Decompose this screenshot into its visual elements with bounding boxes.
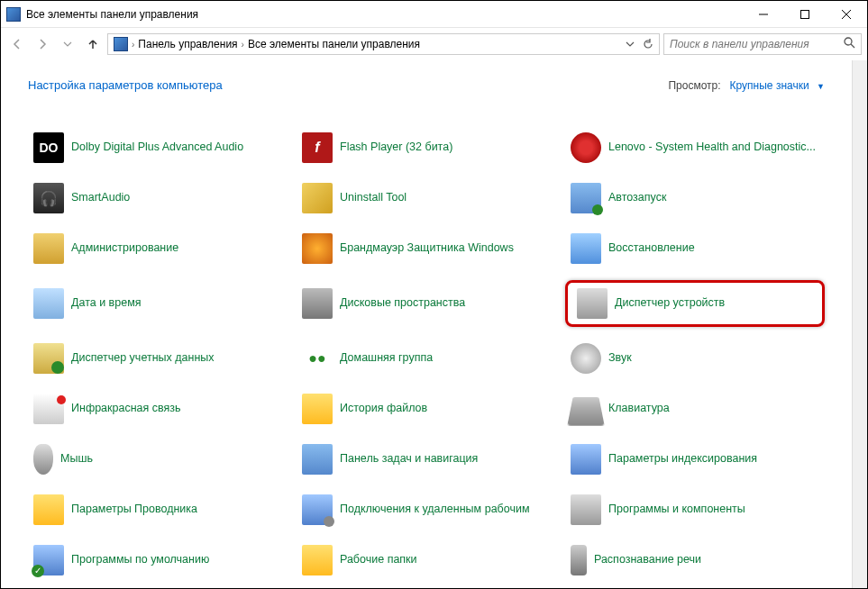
item-label: Дисковые пространства: [340, 296, 465, 311]
firewall-icon: [302, 233, 333, 264]
taskbar-icon: [302, 444, 333, 475]
titlebar: Все элементы панели управления: [1, 1, 867, 28]
creds-icon: [33, 343, 64, 374]
explorer-icon: [33, 494, 64, 525]
history-icon: [302, 394, 333, 424]
maximize-button[interactable]: [784, 1, 826, 28]
control-panel-item[interactable]: 🎧SmartAudio: [28, 179, 288, 217]
view-selector[interactable]: Крупные значки ▼: [730, 77, 825, 93]
control-panel-item[interactable]: Клавиатура: [565, 390, 825, 428]
item-label: Параметры Проводника: [71, 503, 197, 517]
default-icon: [33, 545, 64, 575]
speech-icon: [571, 545, 587, 575]
control-panel-item[interactable]: DODolby Digital Plus Advanced Audio: [28, 129, 288, 167]
item-label: Панель задач и навигация: [340, 452, 478, 467]
control-panel-item[interactable]: Брандмауэр Защитника Windows: [297, 230, 556, 267]
items-grid: DODolby Digital Plus Advanced AudiofFlas…: [28, 129, 825, 579]
control-panel-item[interactable]: Восстановление: [565, 230, 825, 267]
control-panel-item[interactable]: Диспетчер устройств: [565, 280, 825, 327]
recent-button[interactable]: [57, 33, 78, 55]
control-panel-item[interactable]: Дисковые пространства: [297, 280, 556, 327]
search-input[interactable]: [670, 38, 844, 50]
dolby-icon: DO: [33, 132, 64, 163]
refresh-button[interactable]: [639, 35, 657, 53]
search-box[interactable]: [663, 33, 862, 55]
item-label: Автозапуск: [608, 191, 666, 205]
item-label: История файлов: [340, 402, 427, 416]
uninstall-icon: [302, 183, 333, 213]
item-label: Подключения к удаленным рабочим: [340, 503, 530, 517]
programs-icon: [571, 494, 601, 525]
minimize-button[interactable]: [743, 1, 784, 28]
up-button[interactable]: [82, 33, 104, 55]
item-label: Инфракрасная связь: [71, 402, 181, 416]
control-panel-item[interactable]: Администрирование: [28, 230, 288, 267]
chevron-down-icon: ▼: [817, 82, 825, 91]
item-label: Диспетчер учетных данных: [71, 351, 215, 366]
control-panel-item[interactable]: Параметры Проводника: [28, 491, 288, 529]
infrared-icon: [33, 394, 64, 424]
control-panel-item[interactable]: Рабочие папки: [297, 541, 556, 579]
item-label: Мышь: [60, 452, 93, 467]
disk-icon: [302, 288, 333, 319]
scrollbar[interactable]: [852, 60, 867, 588]
item-label: Брандмауэр Защитника Windows: [340, 241, 514, 256]
control-panel-item[interactable]: Звук: [565, 340, 825, 377]
workfolders-icon: [302, 545, 333, 575]
control-panel-item[interactable]: Инфракрасная связь: [28, 390, 288, 428]
sound-icon: [571, 343, 601, 374]
control-panel-item[interactable]: Программы и компоненты: [565, 491, 825, 529]
item-label: Администрирование: [71, 241, 178, 256]
item-label: Flash Player (32 бита): [340, 140, 452, 155]
view-value: Крупные значки: [730, 79, 809, 92]
item-label: Программы по умолчанию: [71, 553, 209, 567]
control-panel-item[interactable]: Панель задач и навигация: [297, 440, 556, 478]
devmgr-icon: [577, 288, 608, 319]
item-label: Диспетчер устройств: [615, 296, 725, 311]
mouse-icon: [33, 444, 53, 475]
control-panel-item[interactable]: Автозапуск: [565, 179, 825, 217]
forward-button[interactable]: [32, 33, 53, 55]
item-label: Lenovo - System Health and Diagnostic...: [608, 140, 816, 155]
search-icon[interactable]: [844, 36, 855, 52]
control-panel-item[interactable]: Диспетчер учетных данных: [28, 340, 288, 377]
item-label: SmartAudio: [71, 191, 130, 205]
control-panel-item[interactable]: Lenovo - System Health and Diagnostic...: [565, 129, 825, 167]
remote-icon: [302, 494, 333, 525]
navbar: › Панель управления › Все элементы панел…: [1, 28, 867, 60]
control-panel-item[interactable]: ●●Домашняя группа: [297, 340, 556, 377]
breadcrumb-root[interactable]: Панель управления: [134, 38, 241, 50]
item-label: Параметры индексирования: [608, 452, 757, 467]
item-label: Звук: [608, 351, 632, 366]
smartaudio-icon: 🎧: [33, 183, 64, 213]
keyboard-icon: [567, 397, 604, 426]
svg-rect-1: [801, 10, 809, 18]
lenovo-icon: [571, 132, 601, 163]
control-panel-item[interactable]: Подключения к удаленным рабочим: [297, 491, 556, 529]
svg-line-5: [851, 44, 854, 48]
indexing-icon: [571, 444, 601, 475]
address-dropdown-button[interactable]: [621, 35, 639, 53]
address-bar[interactable]: › Панель управления › Все элементы панел…: [107, 33, 660, 55]
control-panel-item[interactable]: История файлов: [297, 390, 556, 428]
item-label: Программы и компоненты: [608, 503, 745, 517]
datetime-icon: [33, 288, 64, 319]
control-panel-item[interactable]: Распознавание речи: [565, 541, 825, 579]
autostart-icon: [571, 183, 601, 213]
control-panel-item[interactable]: Программы по умолчанию: [28, 541, 288, 579]
item-label: Домашняя группа: [340, 351, 433, 366]
control-panel-item[interactable]: fFlash Player (32 бита): [297, 129, 556, 167]
control-panel-item[interactable]: Дата и время: [28, 280, 288, 327]
control-panel-item[interactable]: Параметры индексирования: [565, 440, 825, 478]
view-label: Просмотр:: [668, 79, 720, 92]
flash-icon: f: [302, 132, 333, 163]
control-panel-icon: [114, 37, 128, 51]
control-panel-item[interactable]: Uninstall Tool: [297, 179, 556, 217]
homegroup-icon: ●●: [302, 343, 333, 374]
control-panel-item[interactable]: Мышь: [28, 440, 288, 478]
page-title: Настройка параметров компьютера: [28, 78, 668, 92]
breadcrumb-current[interactable]: Все элементы панели управления: [244, 38, 424, 50]
item-label: Dolby Digital Plus Advanced Audio: [71, 140, 243, 155]
back-button[interactable]: [6, 33, 28, 55]
close-button[interactable]: [826, 1, 867, 28]
